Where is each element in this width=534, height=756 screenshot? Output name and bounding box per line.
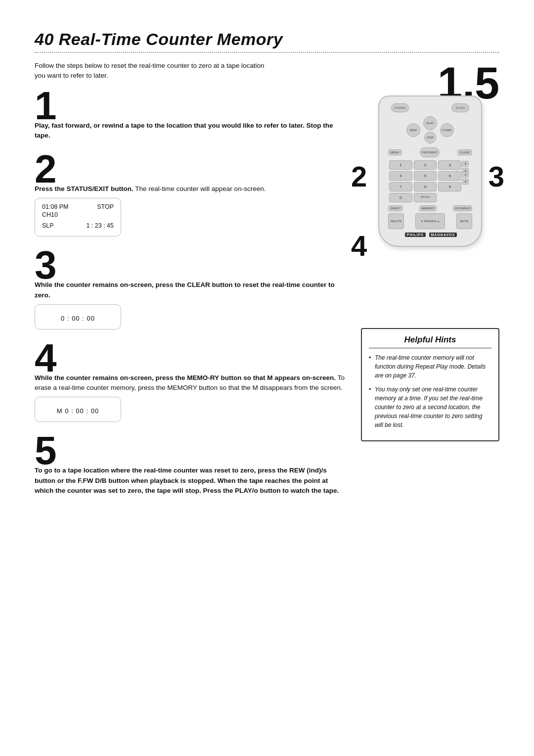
step-markers-area: 1,5 2 3 4 POWER SLEEP xyxy=(361,61,499,318)
plusminus-button[interactable]: PLUS/MINUS xyxy=(453,205,472,211)
step-4-bold: While the counter remains on-screen, pre… xyxy=(35,374,336,381)
recote-label: REC/OTE xyxy=(391,220,401,223)
section-divider xyxy=(35,52,499,53)
rew-label: REW xyxy=(410,129,417,132)
right-column: 1,5 2 3 4 POWER SLEEP xyxy=(361,61,499,505)
step-3-counter: 0 : 00 : 00 xyxy=(42,315,114,322)
btn-2[interactable]: 2 xyxy=(414,160,437,170)
step-4-counter: M 0 : 00 : 00 xyxy=(42,407,114,415)
hint-item-2: You may only set one real-time counter m… xyxy=(369,385,491,429)
btn-6[interactable]: 6 ∧ ∨ xyxy=(438,171,461,181)
ch-up-arrow[interactable]: ∧ xyxy=(462,161,469,167)
screen2-time: 01:08 PM xyxy=(42,203,69,210)
plusminus-label: PLUS/MINUS xyxy=(455,207,470,210)
vol-down-arrow[interactable]: ∨ xyxy=(462,179,469,185)
menu-label: MENU xyxy=(391,151,400,154)
tracking-row: REC/OTE ▼ TRACKING ▲ MUTE xyxy=(386,213,474,229)
screen2-counter: 1 : 23 : 45 xyxy=(86,222,114,229)
tracking-button[interactable]: ▼ TRACKING ▲ xyxy=(415,213,445,229)
btn-5[interactable]: 5 xyxy=(414,171,437,181)
screen2-ch: CH10 xyxy=(42,211,58,218)
btn-ntch[interactable]: NT.CH xyxy=(414,193,437,202)
sweet-label: SWEET xyxy=(390,207,400,210)
btn-0[interactable]: 0 xyxy=(389,193,412,202)
remote-brand: PHILIPS MAGNAVOX xyxy=(386,232,474,237)
step-2-body: The real-time counter will appear on-scr… xyxy=(135,185,266,192)
step-4-text: While the counter remains on-screen, pre… xyxy=(35,373,346,393)
brand-sub: MAGNAVOX xyxy=(429,233,457,237)
play-label: PLAY xyxy=(427,122,434,125)
numpad-area: 1 2 3 ∧ ∨ 4 5 xyxy=(386,160,474,202)
status-label: STATUS/EXIT xyxy=(422,151,437,154)
step-2-block: 2 Press the STATUS/EXIT button. The real… xyxy=(35,149,346,236)
status-button[interactable]: STATUS/EXIT xyxy=(420,147,440,157)
btn-3[interactable]: 3 ∧ ∨ xyxy=(438,160,461,170)
sleep-label: SLEEP xyxy=(455,106,465,109)
step-3-block: 3 While the counter remains on-screen, p… xyxy=(35,245,346,330)
stop-label: STOP xyxy=(427,136,434,139)
step-3-screen: 0 : 00 : 00 xyxy=(35,304,121,330)
remote-control: POWER SLEEP REW PLAY xyxy=(378,95,482,247)
screen2-slp: SLP xyxy=(42,222,54,229)
sweet-row: SWEET MEMORY PLUS/MINUS xyxy=(386,205,474,211)
transport-row: REW PLAY STOP F.FWD xyxy=(386,116,474,143)
step-5-text: To go to a tape location where the real-… xyxy=(35,466,346,496)
step-1-block: 1 Play, fast forward, or rewind a tape t… xyxy=(35,86,346,141)
step-2-text: Press the STATUS/EXIT button. The real-t… xyxy=(35,184,346,194)
stop-button[interactable]: STOP xyxy=(424,132,436,143)
remote-area: 2 3 4 POWER SLEEP xyxy=(366,95,494,247)
step-4-number: 4 xyxy=(35,338,346,378)
hint-item-1: The real-time counter memory will not fu… xyxy=(369,353,491,380)
numpad: 1 2 3 ∧ ∨ 4 5 xyxy=(386,160,464,202)
step-3-number: 3 xyxy=(35,245,346,285)
btn-1[interactable]: 1 xyxy=(389,160,412,170)
ffwd-label: F.FWD xyxy=(443,129,451,132)
step-5-number: 5 xyxy=(35,431,346,471)
sweet-button[interactable]: SWEET xyxy=(388,205,403,211)
step-4-block: 4 While the counter remains on-screen, p… xyxy=(35,338,346,423)
step-marker-4: 4 xyxy=(351,229,367,262)
btn-4[interactable]: 4 xyxy=(389,171,412,181)
clear-button[interactable]: CLEAR xyxy=(457,149,472,155)
page-title: 40 Real-Time Counter Memory xyxy=(35,30,499,49)
sleep-button[interactable]: SLEEP xyxy=(451,103,469,112)
power-button[interactable]: POWER xyxy=(391,103,409,112)
mute-button[interactable]: MUTE xyxy=(456,213,472,229)
vol-up-arrow[interactable]: ∧ xyxy=(462,172,469,178)
ffwd-button[interactable]: F.FWD xyxy=(440,123,454,137)
menu-row: MENU STATUS/EXIT CLEAR xyxy=(386,147,474,157)
btn-8[interactable]: 8 xyxy=(414,182,437,191)
step-3-text: While the counter remains on-screen, pre… xyxy=(35,280,346,300)
menu-button[interactable]: MENU xyxy=(388,149,402,155)
hints-title: Helpful Hints xyxy=(369,335,491,348)
step-1-text: Play, fast forward, or rewind a tape to … xyxy=(35,121,346,141)
step-marker-2: 2 xyxy=(351,160,367,193)
play-button[interactable]: PLAY xyxy=(423,116,437,130)
intro-text: Follow the steps below to reset the real… xyxy=(35,61,267,81)
power-label: POWER xyxy=(395,106,406,109)
step-2-bold: Press the STATUS/EXIT button. xyxy=(35,185,134,192)
hints-box: Helpful Hints The real-time counter memo… xyxy=(361,328,499,441)
step-marker-3: 3 xyxy=(489,160,504,193)
left-column: Follow the steps below to reset the real… xyxy=(35,61,346,505)
step-2-number: 2 xyxy=(35,149,346,189)
memory-label: MEMORY xyxy=(421,207,435,210)
memory-button[interactable]: MEMORY xyxy=(419,205,437,211)
step-2-screen: 01:08 PM STOP CH10 SLP 1 : 23 : 45 xyxy=(35,198,121,236)
btn-7[interactable]: 7 xyxy=(389,182,412,191)
step-4-screen: M 0 : 00 : 00 xyxy=(35,397,121,422)
recote-button[interactable]: REC/OTE xyxy=(388,213,404,229)
brand-name: PHILIPS xyxy=(405,233,426,237)
step-5-block: 5 To go to a tape location where the rea… xyxy=(35,431,346,496)
screen2-status: STOP xyxy=(97,203,114,210)
hints-list: The real-time counter memory will not fu… xyxy=(369,353,491,429)
mute-label: MUTE xyxy=(460,220,469,223)
remote-top-row: POWER SLEEP xyxy=(386,103,474,112)
main-layout: Follow the steps below to reset the real… xyxy=(35,61,499,505)
clear-label: CLEAR xyxy=(460,151,470,154)
tracking-label: ▼ TRACKING ▲ xyxy=(421,220,440,223)
step-1-number: 1 xyxy=(35,86,346,126)
btn-9[interactable]: 9 xyxy=(438,182,461,191)
rew-button[interactable]: REW xyxy=(406,123,420,137)
